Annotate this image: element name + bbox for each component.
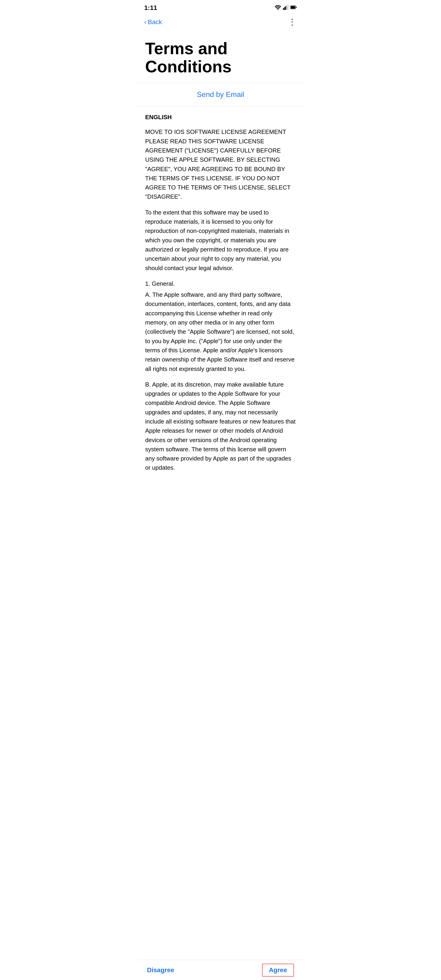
back-chevron-icon: ‹ (144, 18, 146, 26)
agree-button[interactable]: Agree (262, 964, 294, 977)
svg-rect-5 (288, 5, 288, 10)
section-a: A. The Apple software, and any third par… (145, 290, 296, 374)
status-time: 1:11 (144, 4, 157, 11)
nav-bar: ‹ Back ⋮ (138, 14, 303, 30)
paragraph1: To the extent that this software may be … (145, 208, 296, 273)
page-title-section: Terms and Conditions (138, 30, 303, 83)
svg-rect-3 (285, 6, 286, 10)
svg-rect-1 (283, 8, 284, 10)
svg-rect-4 (287, 5, 287, 10)
paragraph1-section: To the extent that this software may be … (145, 208, 296, 273)
disagree-button[interactable]: Disagree (147, 966, 174, 974)
back-button[interactable]: ‹ Back (144, 18, 162, 26)
wifi-icon (275, 5, 281, 11)
section-b-text: B. Apple, at its discretion, may make av… (145, 380, 296, 473)
svg-rect-2 (284, 7, 285, 10)
section-b: B. Apple, at its discretion, may make av… (145, 380, 296, 473)
upper-text-section: MOVE TO iOS SOFTWARE LICENSE AGREEMENT P… (145, 127, 296, 201)
svg-rect-7 (291, 6, 295, 9)
back-label: Back (148, 18, 162, 26)
bottom-bar: Disagree Agree (138, 960, 303, 980)
more-menu-icon: ⋮ (288, 17, 297, 27)
status-bar: 1:11 (138, 0, 303, 14)
svg-rect-8 (296, 7, 296, 8)
language-section: ENGLISH (145, 114, 296, 121)
language-label: ENGLISH (145, 114, 296, 121)
battery-icon (290, 5, 297, 10)
section-general: 1. General. A. The Apple software, and a… (145, 279, 296, 374)
status-icons (275, 5, 297, 11)
content-area: ENGLISH MOVE TO iOS SOFTWARE LICENSE AGR… (138, 107, 303, 506)
upper-text: MOVE TO iOS SOFTWARE LICENSE AGREEMENT P… (145, 127, 296, 201)
section-header: 1. General. (145, 279, 296, 288)
send-email-section: Send by Email (138, 83, 303, 107)
svg-point-0 (277, 9, 279, 10)
page-title: Terms and Conditions (145, 40, 296, 76)
signal-icon (283, 5, 288, 11)
more-menu-button[interactable]: ⋮ (288, 18, 297, 26)
send-by-email-button[interactable]: Send by Email (197, 90, 244, 99)
